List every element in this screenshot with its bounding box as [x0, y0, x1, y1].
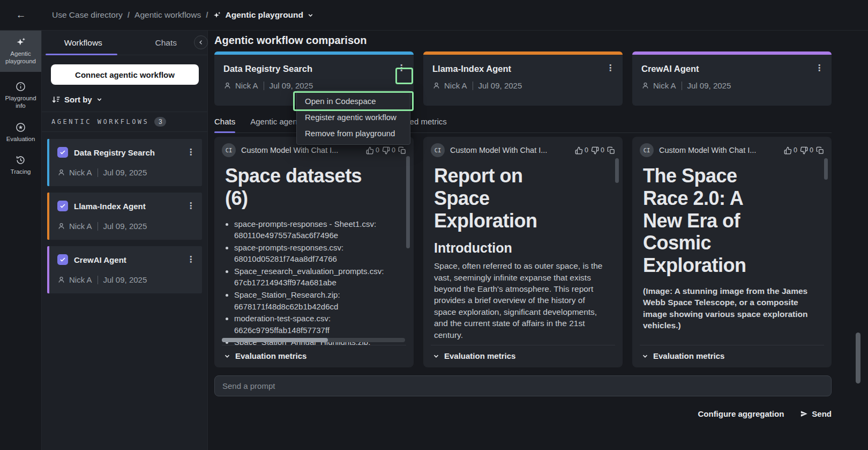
thumbs-down-button[interactable]: 0 — [800, 146, 813, 154]
dataset-name: space-prompts-responses - Sheet1.csv: — [234, 218, 398, 230]
copy-button[interactable] — [816, 146, 824, 154]
copy-button[interactable] — [607, 146, 615, 154]
model-name: Custom Model With Chat I... — [241, 146, 361, 154]
page-title: Agentic workflow comparison — [214, 34, 366, 47]
prompt-input[interactable] — [214, 375, 832, 396]
copy-button[interactable] — [398, 146, 406, 154]
menu-item-register-agentic-workflow[interactable]: Register agentic workflow — [297, 109, 410, 126]
tab-chats-main[interactable]: Chats — [214, 113, 235, 132]
response-actions: 0 0 — [784, 146, 824, 154]
back-button[interactable]: ← — [0, 9, 42, 21]
workflow-meta: Nick A Jul 09, 2025 — [57, 222, 196, 231]
vertical-scrollbar-thumb[interactable] — [406, 156, 410, 248]
info-icon — [16, 82, 26, 92]
rail-item-evaluation[interactable]: Evaluation — [0, 116, 41, 149]
menu-item-remove-from-playground[interactable]: Remove from playground — [297, 126, 410, 142]
paper-plane-icon — [800, 410, 808, 418]
workflow-name: CrewAI Agent — [74, 255, 180, 264]
dataset-hash: 6626c9795ffab148f57737ff — [234, 326, 330, 335]
rail-item-label: Agentic playground — [5, 50, 36, 64]
breadcrumb-current-label: Agentic playground — [225, 10, 303, 20]
check-icon — [59, 256, 66, 263]
evaluation-metrics-label: Evaluation metrics — [444, 351, 515, 360]
response-paragraph: Space, often referred to as outer space,… — [434, 260, 607, 341]
list-item: moderation-test-space.csv:6626c9795ffab1… — [234, 313, 398, 336]
thumbs-up-button[interactable]: 0 — [366, 146, 379, 154]
response-heading: The Space Race 2.0: A New Era of Cosmic … — [643, 165, 815, 277]
send-button[interactable]: Send — [800, 409, 832, 418]
list-item: Space_Station_Research.zip:6678171f48d8c… — [234, 289, 398, 312]
menu-item-open-in-codespace[interactable]: Open in Codespace — [297, 93, 410, 109]
sort-by-control[interactable]: Sort by — [51, 95, 103, 104]
kebab-menu-icon[interactable]: ⋮ — [186, 148, 196, 157]
model-avatar: CI — [431, 143, 445, 157]
vertical-scrollbar-thumb[interactable] — [824, 158, 828, 180]
thumbs-down-icon — [591, 146, 599, 154]
rail-item-tracing[interactable]: Tracing — [0, 149, 41, 182]
likes-count: 0 — [376, 146, 379, 154]
workflow-list-item[interactable]: Data Registry Search ⋮ Nick A Jul 09, 20… — [47, 139, 202, 186]
chat-card-header: CI Custom Model With Chat I... 0 0 — [632, 137, 832, 161]
sparkles-icon — [16, 36, 26, 47]
person-icon — [57, 168, 65, 176]
dataset-name: Space_research_evaluation_prompts.csv: — [234, 265, 398, 277]
thumbs-up-icon — [366, 146, 374, 154]
workflow-checkbox[interactable] — [57, 201, 68, 211]
workflow-date: Jul 09, 2025 — [103, 222, 147, 231]
dislikes-count: 0 — [601, 146, 604, 154]
evaluation-metrics-toggle[interactable]: Evaluation metrics — [431, 345, 615, 367]
breadcrumb: Use Case directory / Agentic workflows /… — [52, 10, 314, 20]
breadcrumb-current[interactable]: Agentic playground — [213, 10, 314, 20]
collapse-panel-button[interactable] — [194, 35, 208, 49]
workflow-list-item[interactable]: CrewAI Agent ⋮ Nick A Jul 09, 2025 — [47, 246, 202, 293]
chevron-down-icon — [96, 96, 103, 103]
kebab-menu-icon[interactable]: ⋮ — [186, 202, 196, 210]
workflow-card-owner: Nick A — [235, 81, 258, 90]
evaluation-metrics-toggle[interactable]: Evaluation metrics — [640, 345, 824, 367]
workflow-card-owner: Nick A — [444, 81, 467, 90]
tab-agentic-agents[interactable]: Agentic agents — [250, 113, 303, 132]
workflow-name: Data Registry Search — [74, 148, 180, 157]
divider — [98, 222, 98, 231]
kebab-menu-icon[interactable]: ⋮ — [605, 64, 615, 72]
kebab-menu-icon[interactable]: ⋮ — [186, 255, 196, 264]
workflow-checkbox[interactable] — [57, 254, 68, 265]
thumbs-down-button[interactable]: 0 — [382, 146, 395, 154]
model-avatar: CI — [640, 143, 654, 157]
thumbs-up-icon — [575, 146, 583, 154]
page-scrollbar-thumb[interactable] — [856, 333, 860, 383]
breadcrumb-use-case-directory[interactable]: Use Case directory — [52, 10, 123, 20]
kebab-menu-icon[interactable]: ⋮ — [396, 64, 406, 72]
breadcrumb-agentic-workflows[interactable]: Agentic workflows — [134, 10, 201, 20]
thumbs-up-button[interactable]: 0 — [575, 146, 588, 154]
configure-aggregation-button[interactable]: Configure aggregation — [698, 409, 784, 418]
workflow-count-badge: 3 — [154, 117, 166, 127]
response-content: The Space Race 2.0: A New Era of Cosmic … — [632, 161, 832, 345]
rail-item-agentic-playground[interactable]: Agentic playground — [0, 31, 41, 72]
workflow-checkbox[interactable] — [57, 147, 68, 158]
horizontal-scrollbar-thumb[interactable] — [222, 338, 328, 342]
tab-workflows[interactable]: Workflows — [42, 31, 125, 55]
icon-rail: Agentic playground Playground info Evalu… — [0, 31, 42, 450]
horizontal-scrollbar[interactable] — [222, 338, 405, 342]
thumbs-down-icon — [800, 146, 808, 154]
person-icon — [432, 82, 440, 90]
rail-item-playground-info[interactable]: Playground info — [0, 76, 41, 116]
kebab-menu-icon[interactable]: ⋮ — [814, 64, 824, 72]
likes-count: 0 — [794, 146, 797, 154]
person-icon — [223, 82, 231, 90]
divider — [682, 82, 682, 90]
thumbs-down-button[interactable]: 0 — [591, 146, 604, 154]
dislikes-count: 0 — [810, 146, 813, 154]
vertical-scrollbar-thumb[interactable] — [615, 158, 619, 183]
copy-icon — [607, 146, 615, 154]
connect-agentic-workflow-button[interactable]: Connect agentic workflow — [51, 64, 199, 85]
evaluation-metrics-toggle[interactable]: Evaluation metrics — [222, 345, 406, 367]
thumbs-up-button[interactable]: 0 — [784, 146, 797, 154]
workflow-card-owner: Nick A — [653, 81, 676, 90]
workflow-list-item[interactable]: Llama-Index Agent ⋮ Nick A Jul 09, 2025 — [47, 193, 202, 240]
person-icon — [57, 276, 65, 284]
sort-icon — [51, 95, 61, 104]
back-arrow-icon: ← — [16, 9, 26, 20]
workflow-card-title: Llama-Index Agent — [432, 64, 605, 74]
